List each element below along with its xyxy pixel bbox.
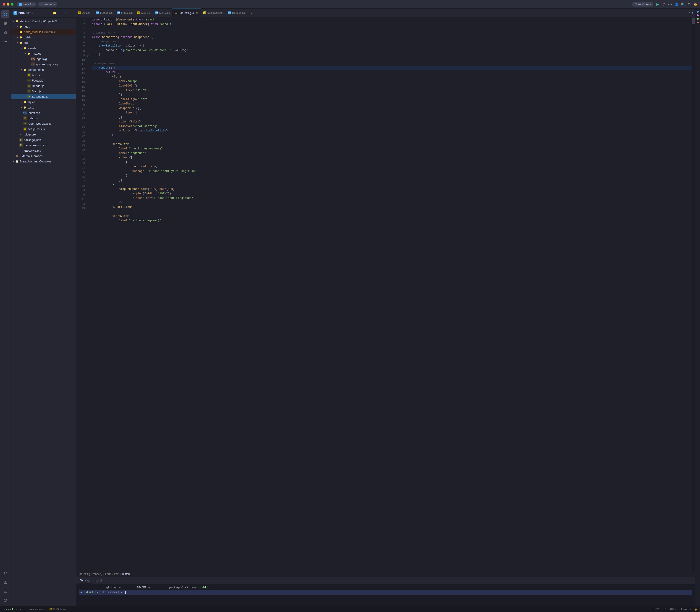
- tree-item-satsetting-js[interactable]: JS SatSetting.js: [11, 94, 76, 99]
- tab-header-css[interactable]: CSS Header.css: [226, 9, 248, 17]
- more-button[interactable]: •••: [668, 2, 672, 6]
- breadcrumb-item[interactable]: Item: [114, 572, 119, 575]
- editor-scrollbar[interactable]: [692, 17, 695, 571]
- notification-icon[interactable]: 🔔: [693, 2, 697, 6]
- status-src[interactable]: src: [19, 607, 24, 611]
- folder-icon: 📁: [23, 106, 27, 109]
- terminal-prompt[interactable]: ➜ starlink git:( master ) ✗: [78, 590, 692, 595]
- current-file-button[interactable]: Current File ▾: [632, 2, 653, 6]
- tree-item-app-js[interactable]: JS App.js: [11, 72, 76, 78]
- user-icon[interactable]: 👤: [674, 2, 678, 6]
- tab-app-js[interactable]: JS App.js: [76, 9, 94, 17]
- activity-nav-icon[interactable]: [1, 19, 10, 27]
- tab-main-js[interactable]: JS Main.js: [135, 9, 153, 17]
- terminal-tab-close[interactable]: ✕: [103, 579, 105, 582]
- code-area[interactable]: import React, {Component} from 'react'; …: [90, 17, 692, 571]
- line-num-40: 40: [76, 193, 85, 197]
- tree-item-reportwebvitals[interactable]: JS reportWebVitals.js: [11, 121, 76, 126]
- status-indent[interactable]: 4 spaces: [680, 607, 691, 611]
- tree-item-header-js[interactable]: JS Header.js: [11, 83, 76, 88]
- status-position[interactable]: 107:28: [652, 607, 661, 611]
- activity-terminal-icon[interactable]: [1, 587, 10, 595]
- tree-item-package-json[interactable]: { } package.json: [11, 137, 76, 142]
- maximize-button[interactable]: [11, 3, 13, 5]
- gutter-8: [87, 49, 90, 54]
- new-folder-button[interactable]: 📁: [52, 11, 57, 15]
- close-button[interactable]: [3, 3, 5, 5]
- code-line-27: label="Longitude(degrees)": [92, 147, 692, 151]
- tree-item-logo-svg[interactable]: SVG logo.svg: [11, 56, 76, 61]
- sidebar-more-button[interactable]: —: [69, 11, 73, 15]
- search-icon[interactable]: 🔍: [681, 2, 685, 6]
- tree-item-public[interactable]: 📁 public: [11, 34, 76, 40]
- tree-item-src[interactable]: 📁 src: [11, 40, 76, 45]
- line-num-22: 22: [76, 112, 85, 116]
- tab-close-button[interactable]: ✕: [195, 11, 199, 15]
- settings-icon[interactable]: ⚙: [687, 2, 691, 6]
- file-icon: JS: [23, 127, 27, 131]
- tree-item-gitignore[interactable]: ⊘ .gitignore: [11, 132, 76, 137]
- tree-item-package-lock[interactable]: { } package-lock.json: [11, 142, 76, 148]
- breadcrumb-render[interactable]: render(): [93, 572, 102, 575]
- collapse-all-button[interactable]: ⊟: [58, 11, 62, 15]
- tree-item-spacex-logo-svg[interactable]: SVG spacex_logo.svg: [11, 61, 76, 67]
- project-icon: S: [19, 3, 22, 6]
- tab-package-json[interactable]: { } package.json: [201, 9, 226, 17]
- branch-badge[interactable]: ⎇ master ▾: [38, 2, 57, 6]
- tree-item-node-modules[interactable]: 📁 node_modules library root: [11, 29, 76, 34]
- tree-item-images[interactable]: 📁 images: [11, 51, 76, 56]
- tree-item-styles[interactable]: 📁 styles: [11, 99, 76, 105]
- tree-item-index-js[interactable]: JS index.js: [11, 115, 76, 121]
- gutter-9[interactable]: ⚙: [87, 54, 90, 58]
- sidebar-dropdown-icon[interactable]: ▾: [32, 12, 33, 14]
- tab-main-css[interactable]: CSS Main.css: [153, 9, 172, 17]
- terminal-tab-label: Local: [96, 579, 102, 582]
- folder-icon: 📋: [15, 159, 19, 163]
- status-branch-item[interactable]: ⚠ starlink: [2, 607, 14, 611]
- project-badge[interactable]: S starlink ▾: [17, 2, 36, 6]
- breadcrumb-satsetting[interactable]: SatSetting: [78, 572, 90, 575]
- terminal-tab-terminal[interactable]: Terminal: [78, 577, 92, 584]
- tree-item-main-js[interactable]: JS Main.js: [11, 88, 76, 94]
- activity-project-icon[interactable]: [1, 10, 10, 18]
- status-lineending[interactable]: LF: [663, 607, 668, 611]
- tree-item-tests[interactable]: 📁 tests: [11, 105, 76, 110]
- tree-item-setuptests[interactable]: JS setupTests.js: [11, 126, 76, 132]
- status-encoding[interactable]: UTF-8: [669, 607, 678, 611]
- activity-deploy-icon[interactable]: [1, 578, 10, 586]
- tab-satsetting-js[interactable]: JS SatSetting.js ✕: [172, 9, 201, 17]
- status-file[interactable]: JS SatSetting.js: [48, 607, 68, 611]
- tree-item-readme[interactable]: M↓ README.md: [11, 148, 76, 153]
- activity-plugin-icon[interactable]: [1, 596, 10, 604]
- tab-overflow-button[interactable]: ⌄: [248, 11, 255, 15]
- tab-index-css[interactable]: CSS index.css: [115, 9, 135, 17]
- breadcrumb-form[interactable]: Form: [105, 572, 111, 575]
- status-lock-icon[interactable]: 🔒: [693, 607, 698, 611]
- project-dropdown-icon[interactable]: ▾: [33, 3, 34, 5]
- tree-arrow: [16, 41, 19, 44]
- tree-label: components: [28, 68, 44, 71]
- tree-item-index-css[interactable]: CSS index.css: [11, 110, 76, 115]
- new-file-button[interactable]: +: [47, 11, 52, 15]
- run-button[interactable]: ▶: [656, 2, 660, 6]
- breadcrumb-button[interactable]: Button: [122, 572, 130, 575]
- tree-item-assets[interactable]: 📁 assets: [11, 45, 76, 51]
- activity-more-icon[interactable]: •••: [1, 37, 10, 45]
- debug-button[interactable]: ⬡: [662, 2, 666, 6]
- activity-git-icon[interactable]: [1, 569, 10, 578]
- status-component[interactable]: components: [28, 607, 44, 611]
- tree-item-idea[interactable]: 📁 .idea: [11, 24, 76, 29]
- check-icon[interactable]: ✓: [688, 11, 690, 14]
- tree-item-components[interactable]: 📁 components: [11, 67, 76, 72]
- activity-component-icon[interactable]: [1, 28, 10, 37]
- main-layout: •••: [0, 9, 700, 606]
- tree-item-scratches[interactable]: 📋 Scratches and Consoles: [11, 158, 76, 164]
- tree-item-root[interactable]: 📁 starlink ~/Desktop/Projects/SpaceX/Cod…: [11, 18, 76, 24]
- terminal-tab-local[interactable]: Local ✕: [93, 577, 107, 584]
- close-sidebar-button[interactable]: ✕: [63, 11, 68, 15]
- branch-dropdown-icon[interactable]: ▾: [54, 3, 55, 5]
- minimize-button[interactable]: [7, 3, 10, 5]
- tab-footer-css[interactable]: CSS Footer.css: [94, 9, 115, 17]
- tree-item-footer-js[interactable]: JS Footer.js: [11, 78, 76, 83]
- tree-item-ext-libraries[interactable]: 🏛 External Libraries: [11, 153, 76, 158]
